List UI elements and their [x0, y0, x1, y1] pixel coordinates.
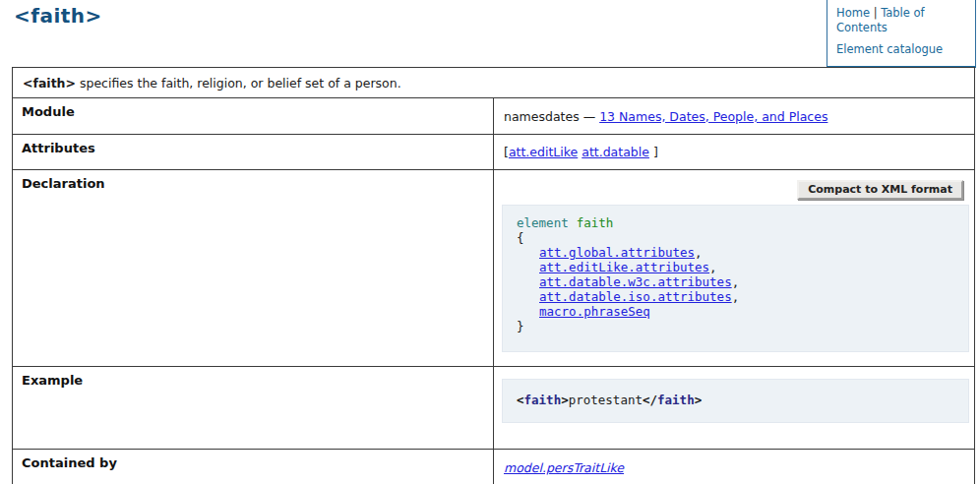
description-row: <faith> specifies the faith, religion, o… — [13, 68, 975, 98]
open-brace: { — [517, 230, 524, 245]
comma: , — [732, 289, 740, 304]
module-value-cell: namesdates — 13 Names, Dates, People, an… — [494, 98, 975, 135]
example-code-block: <faith>protestant</faith> — [502, 379, 969, 423]
example-label: Example — [13, 367, 494, 450]
code-line: } — [517, 319, 956, 333]
nav-separator: | — [874, 6, 878, 20]
page-title: <faith> — [14, 4, 102, 28]
declaration-cell: Compact to XML format elementfaith { att… — [494, 170, 975, 367]
comma: , — [709, 260, 717, 274]
contained-by-label: Contained by — [13, 450, 494, 484]
att-datable-iso-attributes-link[interactable]: att.datable.iso.attributes — [539, 289, 732, 304]
att-editlike-link[interactable]: att.editLike — [509, 145, 578, 159]
header-nav: Home | Table of Contents Element catalog… — [827, 0, 976, 68]
model-perstraitlike-link[interactable]: model.persTraitLike — [504, 460, 624, 475]
declaration-toolbar: Compact to XML format — [502, 180, 963, 200]
att-datable-w3c-attributes-link[interactable]: att.datable.w3c.attributes — [539, 274, 732, 289]
open-angle: < — [517, 393, 524, 407]
compact-to-xml-button[interactable]: Compact to XML format — [797, 180, 963, 200]
element-tag: <faith> — [23, 76, 76, 91]
att-editlike-attributes-link[interactable]: att.editLike.attributes — [539, 260, 709, 274]
code-line: att.datable.iso.attributes, — [517, 289, 956, 304]
module-label: Module — [13, 98, 494, 135]
example-row: Example <faith>protestant</faith> — [13, 367, 975, 450]
code-line: att.global.attributes, — [517, 245, 956, 260]
attributes-value-cell: [att.editLike att.datable ] — [494, 135, 975, 170]
dash: — — [583, 109, 596, 124]
description-text: specifies the faith, religion, or belief… — [76, 76, 401, 91]
close-brace: } — [517, 319, 524, 333]
comma: , — [732, 274, 740, 289]
code-line: att.datable.w3c.attributes, — [517, 274, 956, 289]
att-global-attributes-link[interactable]: att.global.attributes — [539, 245, 695, 260]
code-line: att.editLike.attributes, — [517, 260, 956, 274]
module-row: Module namesdates — 13 Names, Dates, Peo… — [13, 98, 975, 135]
code-line: macro.phraseSeq — [517, 304, 956, 319]
contained-by-row: Contained by model.persTraitLike — [13, 450, 975, 484]
example-tag-name: faith — [657, 393, 695, 407]
module-chapter-link[interactable]: 13 Names, Dates, People, and Places — [599, 109, 827, 124]
att-datable-link[interactable]: att.datable — [582, 145, 649, 159]
declared-element-name: faith — [577, 215, 614, 230]
element-spec-table: <faith> specifies the faith, religion, o… — [12, 67, 975, 484]
code-line: { — [517, 230, 956, 245]
close-bracket: ] — [653, 145, 658, 159]
attributes-label: Attributes — [13, 135, 494, 170]
close-angle: > — [695, 393, 703, 407]
example-tag-name: faith — [524, 393, 562, 407]
declaration-label: Declaration — [13, 170, 494, 367]
attributes-row: Attributes [att.editLike att.datable ] — [13, 135, 975, 170]
example-content: protestant — [569, 393, 643, 407]
nav-link-home[interactable]: Home — [836, 6, 870, 20]
contained-by-cell: model.persTraitLike — [494, 450, 975, 484]
declaration-code-block: elementfaith { att.global.attributes, at… — [502, 205, 969, 352]
declaration-row: Declaration Compact to XML format elemen… — [13, 170, 975, 367]
close-angle: > — [561, 393, 569, 407]
code-line: elementfaith — [517, 215, 956, 230]
module-name: namesdates — [504, 109, 580, 124]
nav-line-2: Element catalogue — [836, 42, 967, 57]
nav-line-1: Home | Table of Contents — [836, 6, 967, 35]
macro-phraseseq-link[interactable]: macro.phraseSeq — [539, 304, 650, 319]
description-cell: <faith> specifies the faith, religion, o… — [13, 68, 975, 98]
element-keyword: element — [517, 215, 569, 230]
open-angle-slash: </ — [643, 393, 657, 407]
example-cell: <faith>protestant</faith> — [494, 367, 975, 450]
nav-link-element-catalogue[interactable]: Element catalogue — [836, 42, 943, 56]
comma: , — [695, 245, 703, 260]
